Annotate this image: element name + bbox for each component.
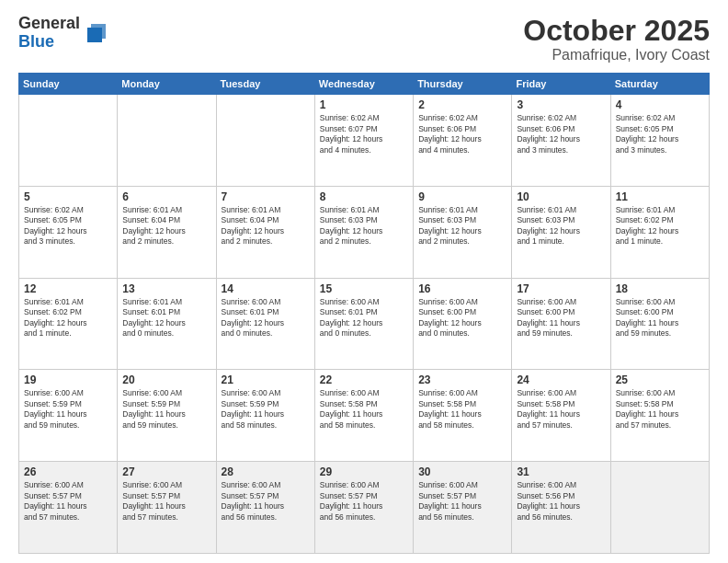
day-info: Sunrise: 6:00 AM Sunset: 5:58 PM Dayligh…: [418, 388, 506, 431]
day-info: Sunrise: 6:02 AM Sunset: 6:06 PM Dayligh…: [418, 113, 506, 155]
header-thursday: Thursday: [414, 74, 512, 95]
calendar-cell: 25Sunrise: 6:00 AM Sunset: 5:58 PM Dayli…: [610, 370, 709, 462]
calendar-cell: 4Sunrise: 6:02 AM Sunset: 6:05 PM Daylig…: [610, 95, 709, 187]
calendar-cell: 8Sunrise: 6:01 AM Sunset: 6:03 PM Daylig…: [314, 186, 413, 278]
calendar-cell: 12Sunrise: 6:01 AM Sunset: 6:02 PM Dayli…: [19, 278, 118, 370]
day-info: Sunrise: 6:00 AM Sunset: 5:57 PM Dayligh…: [222, 480, 310, 523]
day-info: Sunrise: 6:00 AM Sunset: 5:57 PM Dayligh…: [122, 480, 210, 523]
calendar-row-3: 19Sunrise: 6:00 AM Sunset: 5:59 PM Dayli…: [19, 370, 710, 462]
calendar-cell: 26Sunrise: 6:00 AM Sunset: 5:57 PM Dayli…: [19, 462, 118, 554]
day-info: Sunrise: 6:01 AM Sunset: 6:01 PM Dayligh…: [122, 297, 210, 339]
day-number: 5: [24, 190, 112, 203]
day-info: Sunrise: 6:02 AM Sunset: 6:07 PM Dayligh…: [320, 113, 408, 155]
header-tuesday: Tuesday: [216, 74, 314, 95]
day-info: Sunrise: 6:02 AM Sunset: 6:06 PM Dayligh…: [517, 113, 605, 155]
calendar-cell: 24Sunrise: 6:00 AM Sunset: 5:58 PM Dayli…: [512, 370, 610, 462]
day-info: Sunrise: 6:01 AM Sunset: 6:02 PM Dayligh…: [24, 297, 112, 339]
day-number: 11: [616, 190, 704, 203]
day-number: 17: [517, 282, 605, 295]
title-section: October 2025 Pamafrique, Ivory Coast: [523, 15, 710, 63]
day-info: Sunrise: 6:01 AM Sunset: 6:04 PM Dayligh…: [122, 205, 210, 247]
day-info: Sunrise: 6:02 AM Sunset: 6:05 PM Dayligh…: [616, 113, 704, 155]
calendar-cell: 28Sunrise: 6:00 AM Sunset: 5:57 PM Dayli…: [216, 462, 314, 554]
day-info: Sunrise: 6:00 AM Sunset: 5:58 PM Dayligh…: [320, 388, 408, 431]
day-info: Sunrise: 6:01 AM Sunset: 6:02 PM Dayligh…: [616, 205, 704, 247]
calendar-cell: 15Sunrise: 6:00 AM Sunset: 6:01 PM Dayli…: [314, 278, 413, 370]
header-wednesday: Wednesday: [314, 74, 413, 95]
day-number: 7: [222, 190, 310, 203]
day-info: Sunrise: 6:00 AM Sunset: 5:59 PM Dayligh…: [122, 388, 210, 431]
day-number: 26: [24, 465, 112, 478]
calendar-row-2: 12Sunrise: 6:01 AM Sunset: 6:02 PM Dayli…: [19, 278, 710, 370]
day-number: 21: [222, 373, 310, 386]
day-number: 30: [418, 465, 506, 478]
day-number: 25: [616, 373, 704, 386]
day-number: 31: [517, 465, 605, 478]
calendar-cell: 14Sunrise: 6:00 AM Sunset: 6:01 PM Dayli…: [216, 278, 314, 370]
header-monday: Monday: [118, 74, 216, 95]
calendar-cell: 6Sunrise: 6:01 AM Sunset: 6:04 PM Daylig…: [118, 186, 216, 278]
day-number: 6: [122, 190, 210, 203]
day-number: 14: [222, 282, 310, 295]
day-number: 18: [616, 282, 704, 295]
header-sunday: Sunday: [19, 74, 118, 95]
calendar-cell: [118, 95, 216, 187]
day-number: 12: [24, 282, 112, 295]
day-info: Sunrise: 6:00 AM Sunset: 5:59 PM Dayligh…: [24, 388, 112, 431]
calendar-cell: [610, 462, 709, 554]
calendar-cell: 21Sunrise: 6:00 AM Sunset: 5:59 PM Dayli…: [216, 370, 314, 462]
day-number: 29: [320, 465, 408, 478]
day-number: 8: [320, 190, 408, 203]
logo-general: General: [18, 15, 80, 33]
day-info: Sunrise: 6:00 AM Sunset: 5:58 PM Dayligh…: [616, 388, 704, 431]
day-number: 19: [24, 373, 112, 386]
day-number: 23: [418, 373, 506, 386]
calendar-cell: 30Sunrise: 6:00 AM Sunset: 5:57 PM Dayli…: [414, 462, 512, 554]
day-number: 20: [122, 373, 210, 386]
day-info: Sunrise: 6:00 AM Sunset: 6:00 PM Dayligh…: [517, 297, 605, 339]
day-number: 3: [517, 98, 605, 111]
logo-text: General Blue: [18, 15, 80, 52]
calendar-cell: 13Sunrise: 6:01 AM Sunset: 6:01 PM Dayli…: [118, 278, 216, 370]
calendar-cell: 23Sunrise: 6:00 AM Sunset: 5:58 PM Dayli…: [414, 370, 512, 462]
calendar-cell: 31Sunrise: 6:00 AM Sunset: 5:56 PM Dayli…: [512, 462, 610, 554]
month-title: October 2025: [523, 15, 710, 47]
day-info: Sunrise: 6:00 AM Sunset: 5:57 PM Dayligh…: [24, 480, 112, 523]
day-info: Sunrise: 6:00 AM Sunset: 6:00 PM Dayligh…: [418, 297, 506, 339]
weekday-header-row: Sunday Monday Tuesday Wednesday Thursday…: [19, 74, 710, 95]
day-number: 22: [320, 373, 408, 386]
calendar-cell: 22Sunrise: 6:00 AM Sunset: 5:58 PM Dayli…: [314, 370, 413, 462]
day-info: Sunrise: 6:00 AM Sunset: 6:01 PM Dayligh…: [320, 297, 408, 339]
calendar-cell: 17Sunrise: 6:00 AM Sunset: 6:00 PM Dayli…: [512, 278, 610, 370]
day-number: 24: [517, 373, 605, 386]
day-info: Sunrise: 6:01 AM Sunset: 6:03 PM Dayligh…: [320, 205, 408, 247]
day-info: Sunrise: 6:02 AM Sunset: 6:05 PM Dayligh…: [24, 205, 112, 247]
day-info: Sunrise: 6:00 AM Sunset: 5:57 PM Dayligh…: [418, 480, 506, 523]
calendar-cell: 11Sunrise: 6:01 AM Sunset: 6:02 PM Dayli…: [610, 186, 709, 278]
day-info: Sunrise: 6:00 AM Sunset: 6:01 PM Dayligh…: [222, 297, 310, 339]
day-info: Sunrise: 6:01 AM Sunset: 6:04 PM Dayligh…: [222, 205, 310, 247]
calendar-cell: [19, 95, 118, 187]
calendar-cell: 16Sunrise: 6:00 AM Sunset: 6:00 PM Dayli…: [414, 278, 512, 370]
calendar-row-4: 26Sunrise: 6:00 AM Sunset: 5:57 PM Dayli…: [19, 462, 710, 554]
svg-marker-1: [87, 28, 102, 42]
calendar-row-1: 5Sunrise: 6:02 AM Sunset: 6:05 PM Daylig…: [19, 186, 710, 278]
header: General Blue October 2025 Pamafrique, Iv…: [18, 15, 710, 63]
day-number: 1: [320, 98, 408, 111]
day-number: 10: [517, 190, 605, 203]
calendar-cell: 27Sunrise: 6:00 AM Sunset: 5:57 PM Dayli…: [118, 462, 216, 554]
location: Pamafrique, Ivory Coast: [523, 47, 710, 63]
calendar-cell: 18Sunrise: 6:00 AM Sunset: 6:00 PM Dayli…: [610, 278, 709, 370]
calendar-cell: 5Sunrise: 6:02 AM Sunset: 6:05 PM Daylig…: [19, 186, 118, 278]
day-number: 27: [122, 465, 210, 478]
day-number: 4: [616, 98, 704, 111]
calendar-cell: 19Sunrise: 6:00 AM Sunset: 5:59 PM Dayli…: [19, 370, 118, 462]
calendar-cell: 29Sunrise: 6:00 AM Sunset: 5:57 PM Dayli…: [314, 462, 413, 554]
logo-blue: Blue: [18, 33, 80, 52]
calendar-cell: 9Sunrise: 6:01 AM Sunset: 6:03 PM Daylig…: [414, 186, 512, 278]
calendar-cell: 2Sunrise: 6:02 AM Sunset: 6:06 PM Daylig…: [414, 95, 512, 187]
day-number: 16: [418, 282, 506, 295]
logo-icon: [84, 20, 109, 46]
day-number: 2: [418, 98, 506, 111]
calendar-cell: 20Sunrise: 6:00 AM Sunset: 5:59 PM Dayli…: [118, 370, 216, 462]
